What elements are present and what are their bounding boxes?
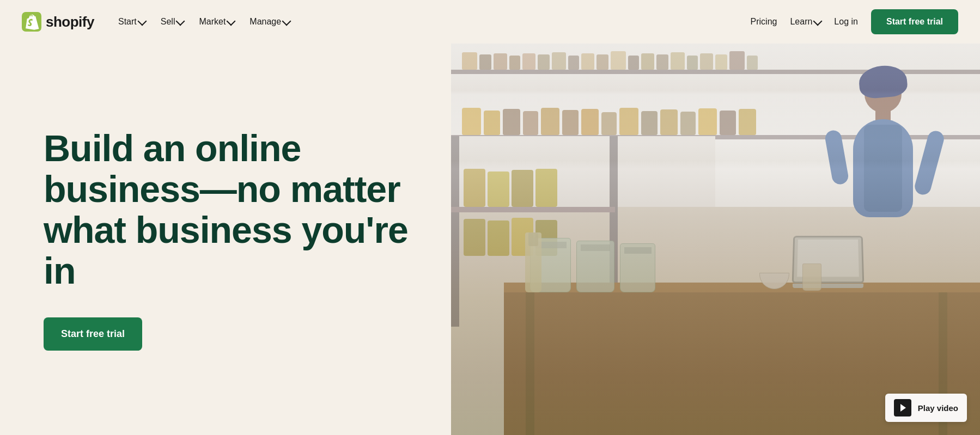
chevron-down-icon xyxy=(137,16,147,26)
logo[interactable]: shopify xyxy=(22,12,94,32)
photo-tint-overlay xyxy=(451,44,980,435)
nav-manage[interactable]: Manage xyxy=(243,13,296,31)
chevron-down-icon xyxy=(227,16,236,26)
hero-headline: Build an online business—no matter what … xyxy=(44,128,418,291)
start-trial-nav-button[interactable]: Start free trial xyxy=(871,9,958,34)
shopify-logo-icon xyxy=(22,12,41,32)
chevron-down-icon xyxy=(813,16,823,26)
nav-learn-link[interactable]: Learn xyxy=(790,17,821,27)
nav-pricing-link[interactable]: Pricing xyxy=(751,17,777,27)
navbar-right: Pricing Learn Log in Start free trial xyxy=(751,9,958,34)
store-scene xyxy=(451,44,980,435)
play-triangle-icon xyxy=(900,404,906,412)
logo-text: shopify xyxy=(46,14,94,30)
start-trial-hero-button[interactable]: Start free trial xyxy=(44,317,142,351)
hero-left: Build an online business—no matter what … xyxy=(0,44,451,435)
navbar: shopify Start Sell Market Manage Pricing xyxy=(0,0,980,44)
play-video-label: Play video xyxy=(918,403,958,413)
nav-login-link[interactable]: Log in xyxy=(834,17,858,27)
nav-links: Start Sell Market Manage xyxy=(112,13,296,31)
chevron-down-icon xyxy=(176,16,185,26)
chevron-down-icon xyxy=(282,16,291,26)
play-video-button[interactable]: Play video xyxy=(885,394,967,422)
nav-market[interactable]: Market xyxy=(192,13,241,31)
nav-sell[interactable]: Sell xyxy=(154,13,191,31)
navbar-left: shopify Start Sell Market Manage xyxy=(22,12,296,32)
hero-image: Play video xyxy=(451,44,980,435)
main-content: Build an online business—no matter what … xyxy=(0,44,980,435)
play-icon-box xyxy=(894,399,911,416)
nav-start[interactable]: Start xyxy=(112,13,152,31)
